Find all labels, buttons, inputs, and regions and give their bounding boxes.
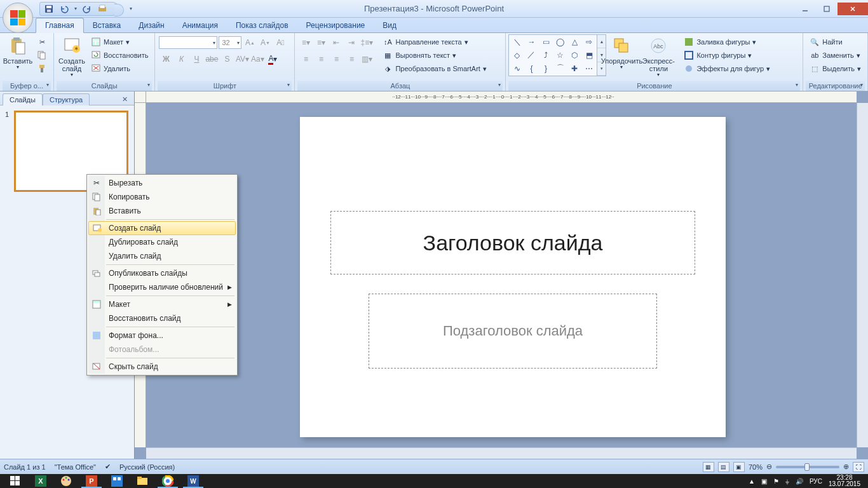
font-name-combo[interactable] bbox=[159, 36, 217, 49]
delete-slide-button[interactable]: Удалить bbox=[88, 62, 151, 75]
zoom-out-button[interactable]: ⊖ bbox=[766, 463, 772, 471]
cm-delete[interactable]: Удалить слайд bbox=[88, 249, 236, 263]
convert-smartart-button[interactable]: ⬗Преобразовать в SmartArt ▾ bbox=[380, 62, 489, 75]
paste-button[interactable]: Вставить▾ bbox=[3, 34, 33, 72]
cm-publish[interactable]: Опубликовать слайды bbox=[88, 266, 236, 280]
tray-volume-icon[interactable]: 🔊 bbox=[796, 478, 803, 485]
status-language[interactable]: Русский (Россия) bbox=[119, 463, 175, 471]
redo-icon[interactable] bbox=[82, 4, 92, 14]
office-button[interactable] bbox=[3, 3, 33, 33]
print-preview-icon[interactable] bbox=[97, 4, 107, 14]
tab-slides-thumb[interactable]: Слайды bbox=[3, 93, 43, 105]
taskbar-app1[interactable] bbox=[104, 474, 130, 488]
tab-outline[interactable]: Структура bbox=[43, 93, 90, 105]
cm-hide-slide[interactable]: Скрыть слайд bbox=[88, 360, 236, 374]
tab-view[interactable]: Вид bbox=[374, 18, 405, 32]
align-center-button[interactable]: ≡ bbox=[314, 52, 328, 66]
minimize-button[interactable] bbox=[794, 3, 816, 15]
close-panel-button[interactable]: ✕ bbox=[119, 94, 130, 105]
new-slide-button[interactable]: ✶ Создать слайд▾ bbox=[57, 34, 87, 79]
find-button[interactable]: 🔍Найти bbox=[807, 36, 864, 48]
shape-fill-button[interactable]: Заливка фигуры ▾ bbox=[681, 36, 773, 48]
align-right-button[interactable]: ≡ bbox=[329, 52, 343, 66]
tray-network-icon[interactable]: ⏚ bbox=[785, 478, 789, 485]
bold-button[interactable]: Ж bbox=[159, 52, 173, 66]
taskbar-excel[interactable]: X bbox=[28, 474, 53, 488]
subtitle-placeholder[interactable]: Подзаголовок слайда bbox=[369, 294, 657, 369]
cm-cut[interactable]: ✂Вырезать bbox=[88, 176, 236, 190]
font-color-button[interactable]: A▾ bbox=[266, 52, 280, 66]
shrink-font-button[interactable]: A▼ bbox=[258, 36, 272, 50]
cm-check-updates[interactable]: Проверить наличие обновлений▶ bbox=[88, 280, 236, 294]
columns-button[interactable]: ▥▾ bbox=[360, 52, 374, 66]
view-normal-button[interactable]: ▦ bbox=[703, 462, 714, 472]
qat-customize-icon[interactable]: ▾ bbox=[130, 6, 132, 11]
maximize-button[interactable] bbox=[816, 3, 837, 15]
inc-indent-button[interactable]: ⇥ bbox=[344, 36, 358, 50]
taskbar-word[interactable]: W bbox=[180, 474, 206, 488]
align-text-button[interactable]: ▦Выровнять текст ▾ bbox=[380, 49, 489, 62]
slide-canvas[interactable]: Заголовок слайда Подзаголовок слайда bbox=[300, 117, 726, 437]
zoom-in-button[interactable]: ⊕ bbox=[843, 463, 849, 471]
shape-effects-button[interactable]: Эффекты для фигур ▾ bbox=[681, 62, 773, 75]
change-case-button[interactable]: Aa▾ bbox=[250, 52, 264, 66]
reset-button[interactable]: Восстановить bbox=[88, 49, 151, 62]
char-spacing-button[interactable]: AV▾ bbox=[235, 52, 249, 66]
italic-button[interactable]: К bbox=[174, 52, 188, 66]
tab-home[interactable]: Главная bbox=[36, 18, 84, 33]
undo-icon[interactable] bbox=[59, 4, 69, 14]
save-icon[interactable] bbox=[44, 4, 54, 14]
cut-button[interactable]: ✂ bbox=[34, 36, 50, 48]
tray-up-icon[interactable]: ▲ bbox=[749, 478, 755, 485]
tray-action-center-icon[interactable]: ▣ bbox=[761, 478, 767, 485]
view-sorter-button[interactable]: ▤ bbox=[718, 462, 729, 472]
cm-reset[interactable]: Восстановить слайд bbox=[88, 311, 236, 325]
cm-format-bg[interactable]: Формат фона... bbox=[88, 329, 236, 342]
tab-insert[interactable]: Вставка bbox=[84, 18, 130, 32]
taskbar-chrome[interactable] bbox=[155, 474, 180, 488]
tab-slideshow[interactable]: Показ слайдов bbox=[227, 18, 297, 32]
layout-button[interactable]: Макет ▾ bbox=[88, 36, 151, 48]
arrange-button[interactable]: Упорядочить▾ bbox=[606, 34, 637, 72]
tray-clock[interactable]: 23:28 13.07.2015 bbox=[829, 475, 860, 487]
tray-language[interactable]: РУС bbox=[810, 478, 822, 485]
grow-font-button[interactable]: A▲ bbox=[243, 36, 257, 50]
clear-format-button[interactable]: Aͯ bbox=[273, 36, 287, 50]
tab-animation[interactable]: Анимация bbox=[173, 18, 227, 32]
strike-button[interactable]: abe bbox=[205, 52, 219, 66]
cm-copy[interactable]: Копировать bbox=[88, 190, 236, 204]
close-button[interactable] bbox=[837, 3, 868, 15]
undo-dropdown-icon[interactable]: ▾ bbox=[74, 6, 77, 11]
select-button[interactable]: ⬚Выделить ▾ bbox=[807, 62, 864, 75]
cm-duplicate[interactable]: Дублировать слайд bbox=[88, 235, 236, 249]
view-slideshow-button[interactable]: ▣ bbox=[733, 462, 745, 472]
start-button[interactable] bbox=[3, 474, 28, 488]
cm-paste[interactable]: Вставить bbox=[88, 204, 236, 218]
bullets-button[interactable]: ≡▾ bbox=[299, 36, 313, 50]
copy-button[interactable] bbox=[34, 49, 50, 62]
shapes-gallery[interactable]: ＼→▭◯△⇨ ◇／⤴☆⬡⬒ ∿{}⌒✚⋯ bbox=[508, 34, 597, 76]
shadow-button[interactable]: S bbox=[220, 52, 234, 66]
taskbar-paint[interactable] bbox=[53, 474, 79, 488]
shapes-scroll[interactable]: ▲▼▾ bbox=[597, 34, 606, 76]
status-spellcheck-icon[interactable]: ✔ bbox=[105, 463, 111, 471]
cm-new-slide[interactable]: Создать слайд bbox=[88, 221, 236, 235]
dec-indent-button[interactable]: ⇤ bbox=[329, 36, 343, 50]
quick-styles-button[interactable]: Abc Экспресс-стили▾ bbox=[637, 34, 680, 79]
line-spacing-button[interactable]: ‡≡▾ bbox=[360, 36, 374, 50]
zoom-percent[interactable]: 70% bbox=[749, 463, 763, 471]
taskbar-explorer[interactable] bbox=[130, 474, 155, 488]
tab-design[interactable]: Дизайн bbox=[130, 18, 173, 32]
format-painter-button[interactable] bbox=[34, 62, 50, 75]
text-direction-button[interactable]: ↕AНаправление текста ▾ bbox=[380, 36, 489, 48]
title-placeholder[interactable]: Заголовок слайда bbox=[330, 211, 695, 274]
tray-flag-icon[interactable]: ⚑ bbox=[773, 478, 779, 485]
tab-review[interactable]: Рецензирование bbox=[297, 18, 374, 32]
numbering-button[interactable]: ≡▾ bbox=[314, 36, 328, 50]
replace-button[interactable]: abЗаменить ▾ bbox=[807, 49, 864, 62]
justify-button[interactable]: ≡ bbox=[344, 52, 358, 66]
align-left-button[interactable]: ≡ bbox=[299, 52, 313, 66]
ruler-horizontal[interactable]: ··12···11···10···9····8····7····6····5··… bbox=[150, 92, 857, 103]
taskbar-powerpoint[interactable]: P bbox=[79, 474, 104, 488]
fit-button[interactable]: ⛶ bbox=[853, 462, 864, 472]
